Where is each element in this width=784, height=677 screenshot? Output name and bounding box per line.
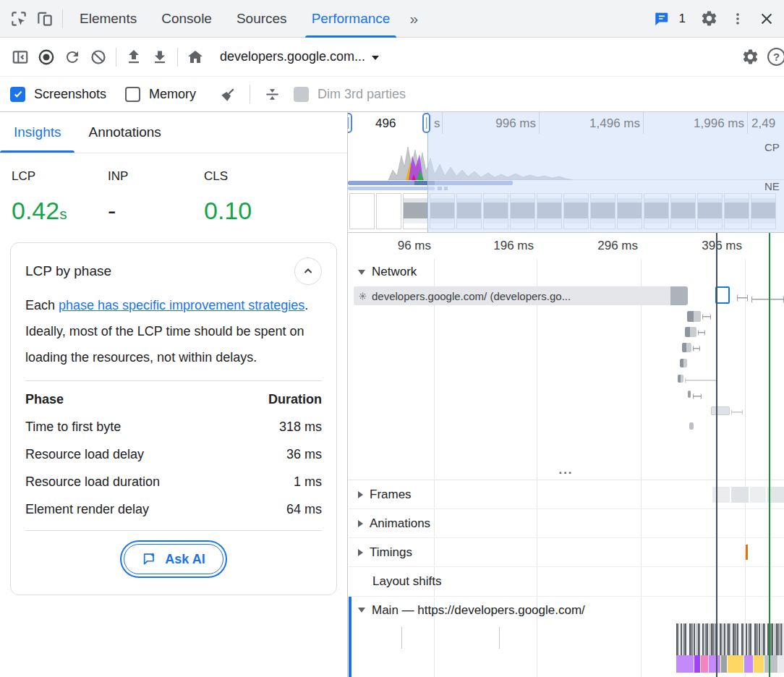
- request-whisker[interactable]: [693, 393, 702, 399]
- network-request-bar[interactable]: [687, 311, 701, 322]
- track-resize-handle[interactable]: ...: [348, 467, 784, 480]
- network-request-bar[interactable]: [680, 359, 687, 367]
- inspect-element-button[interactable]: [6, 6, 32, 32]
- flame-strip[interactable]: [676, 655, 784, 673]
- network-request-bar[interactable]: [685, 327, 696, 337]
- network-request-bar[interactable]: [689, 422, 694, 430]
- layout-shifts-track[interactable]: Layout shifts: [348, 567, 784, 597]
- frame-block[interactable]: [750, 487, 766, 503]
- history-url-selector[interactable]: developers.google.com...: [220, 49, 379, 64]
- selection-left-handle[interactable]: [348, 113, 352, 133]
- capture-settings-button[interactable]: [737, 44, 763, 70]
- device-toolbar-icon: [35, 9, 54, 28]
- frame-block[interactable]: [712, 487, 730, 503]
- request-whisker[interactable]: [731, 409, 743, 415]
- issues-button[interactable]: [649, 6, 675, 32]
- main-flame-chart[interactable]: [676, 623, 784, 655]
- record-and-reload-button[interactable]: [59, 44, 85, 70]
- reload-icon: [64, 48, 81, 66]
- phase-table: Phase Duration Time to first byte 318 ms…: [25, 386, 322, 523]
- timeline-overview[interactable]: 496 s 996 ms 1,496 ms 1,996 ms 2,49 CP N…: [348, 112, 784, 233]
- screenshots-label: Screenshots: [34, 87, 106, 102]
- screenshot-thumbnail[interactable]: [349, 193, 375, 229]
- collect-garbage-button[interactable]: [215, 81, 241, 107]
- help-button[interactable]: ?: [767, 48, 784, 66]
- timeline-tracks: 96 ms 196 ms 296 ms 396 ms Network devel…: [348, 233, 784, 677]
- network-request-bar[interactable]: [682, 343, 691, 352]
- improvement-strategies-link[interactable]: phase has specific improvement strategie…: [59, 298, 304, 312]
- clear-recording-button[interactable]: [85, 44, 111, 70]
- request-whisker[interactable]: [693, 346, 700, 352]
- tab-label: Sources: [237, 11, 287, 27]
- main-track-tick: [401, 627, 402, 649]
- tab-label: Console: [161, 11, 212, 27]
- settings-button[interactable]: [696, 6, 722, 32]
- divider: [25, 380, 322, 381]
- close-devtools-button[interactable]: [754, 6, 780, 32]
- ruler-tick: 96 ms: [376, 239, 431, 253]
- expand-triangle-icon: [358, 491, 363, 498]
- network-request-bar[interactable]: developers.google.com/ (developers.go...: [354, 286, 688, 305]
- network-request-bar[interactable]: [711, 406, 730, 415]
- metric-number: -: [108, 197, 116, 224]
- device-toolbar-button[interactable]: [32, 6, 58, 32]
- selection-right-handle[interactable]: [422, 113, 430, 133]
- flame-strip-segment: [764, 655, 777, 673]
- screenshots-checkbox[interactable]: [10, 87, 25, 102]
- phase-duration: 318 ms: [279, 420, 322, 435]
- collapse-card-button[interactable]: [294, 257, 322, 285]
- network-request-bar[interactable]: [688, 391, 691, 398]
- network-track: Network developers.google.com/ (develope…: [348, 259, 784, 467]
- request-whisker[interactable]: [702, 314, 711, 320]
- frame-block[interactable]: [731, 487, 749, 503]
- table-row: Resource load delay 36 ms: [25, 440, 322, 468]
- flame-strip-segment: [778, 655, 784, 673]
- tab-insights[interactable]: Insights: [0, 112, 74, 153]
- network-request-bar[interactable]: [715, 286, 730, 304]
- record-button[interactable]: [33, 44, 59, 70]
- gear-icon: [741, 48, 759, 66]
- toggle-sidebar-button[interactable]: [7, 44, 33, 70]
- track-label: Layout shifts: [372, 574, 441, 589]
- timeline-panel: 496 s 996 ms 1,496 ms 1,996 ms 2,49 CP N…: [348, 112, 784, 677]
- ask-ai-container: Ask AI: [25, 531, 322, 580]
- home-button[interactable]: [182, 44, 208, 70]
- download-profile-button[interactable]: [147, 44, 173, 70]
- network-request-bar[interactable]: [678, 375, 683, 383]
- request-whisker[interactable]: [737, 294, 748, 302]
- more-tabs-button[interactable]: »: [402, 10, 424, 27]
- frames-track[interactable]: Frames: [348, 480, 784, 509]
- track-label: Frames: [370, 487, 412, 502]
- metric-lcp: LCP 0.42s: [12, 169, 108, 225]
- tab-annotations[interactable]: Annotations: [74, 112, 174, 153]
- main-track-header[interactable]: Main — https://developers.google.com/: [348, 597, 784, 623]
- phase-duration: 36 ms: [286, 447, 322, 462]
- upload-profile-button[interactable]: [121, 44, 147, 70]
- phase-name: Resource load duration: [25, 474, 160, 490]
- tab-console[interactable]: Console: [149, 0, 224, 38]
- menu-button[interactable]: [725, 6, 751, 32]
- screenshot-thumbnail[interactable]: [376, 193, 401, 229]
- memory-checkbox[interactable]: [125, 87, 140, 102]
- broom-icon: [219, 85, 237, 103]
- flame-strip-segment: [728, 655, 743, 673]
- animations-track[interactable]: Animations: [348, 509, 784, 538]
- collapse-tracks-button[interactable]: [259, 81, 285, 107]
- network-track-header[interactable]: Network: [358, 265, 417, 279]
- tab-performance[interactable]: Performance: [299, 0, 403, 38]
- collapse-icon: [263, 85, 281, 103]
- ask-ai-label: Ask AI: [165, 552, 205, 567]
- timings-track[interactable]: Timings: [348, 538, 784, 567]
- performance-options-bar: Screenshots Memory Dim 3rd parties: [0, 77, 784, 112]
- sidebar-tabs: Insights Annotations: [0, 112, 347, 153]
- message-bubble-icon: [654, 11, 670, 27]
- metric-value: 0.10: [204, 197, 300, 225]
- tab-elements[interactable]: Elements: [67, 0, 149, 38]
- request-whisker[interactable]: [751, 296, 784, 303]
- tab-sources[interactable]: Sources: [224, 0, 299, 38]
- screenshot-thumbnail[interactable]: [403, 193, 428, 229]
- request-whisker[interactable]: [698, 330, 705, 336]
- ask-ai-button[interactable]: Ask AI: [124, 544, 223, 574]
- request-whisker[interactable]: [685, 378, 717, 383]
- url-selector-label: developers.google.com...: [220, 49, 365, 64]
